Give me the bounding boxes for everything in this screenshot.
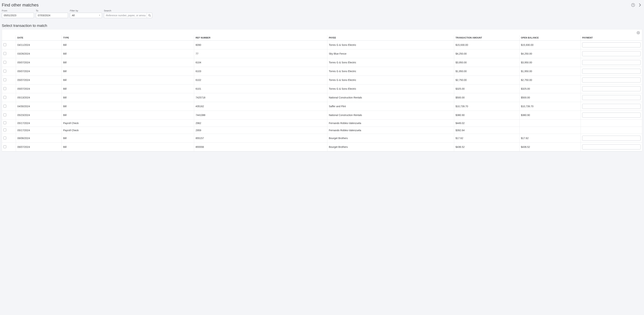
payment-input[interactable] bbox=[582, 60, 640, 65]
cell-date: 04/11/2024 bbox=[16, 41, 62, 49]
table-row: 05/07/2024Bill6101Torres G & Sons Electr… bbox=[2, 84, 642, 93]
payment-input[interactable] bbox=[582, 104, 640, 109]
cell-date: 05/07/2024 bbox=[16, 67, 62, 76]
cell-payment bbox=[581, 76, 642, 84]
cell-balance: $17.62 bbox=[519, 134, 580, 143]
payment-input[interactable] bbox=[582, 42, 640, 47]
cell-ref: 77 bbox=[194, 49, 327, 58]
cell-ref: 7441088 bbox=[194, 111, 327, 120]
cell-ref: 7425718 bbox=[194, 93, 327, 102]
cell-ref: 2962 bbox=[194, 120, 327, 127]
cell-payment bbox=[581, 134, 642, 143]
cell-payment bbox=[581, 111, 642, 120]
col-payment[interactable]: PAYMENT bbox=[581, 35, 642, 41]
row-checkbox[interactable] bbox=[4, 121, 6, 124]
cell-amount: $392.64 bbox=[454, 127, 519, 134]
cell-type: Bill bbox=[62, 58, 194, 67]
cell-ref: 855157 bbox=[194, 134, 327, 143]
cell-date: 03/26/2024 bbox=[16, 49, 62, 58]
col-ref[interactable]: REF NUMBER bbox=[194, 35, 327, 41]
table-row: 05/07/2024Bill6102Torres G & Sons Electr… bbox=[2, 76, 642, 84]
cell-amount: $436.52 bbox=[454, 143, 519, 151]
filter-by-select[interactable] bbox=[70, 13, 102, 18]
search-input[interactable] bbox=[104, 13, 152, 18]
cell-amount: $380.90 bbox=[454, 111, 519, 120]
row-checkbox[interactable] bbox=[4, 43, 6, 46]
row-checkbox[interactable] bbox=[4, 87, 6, 90]
cell-payee: Torres G & Sons Electric bbox=[327, 41, 454, 49]
col-payee[interactable]: PAYEE bbox=[327, 35, 454, 41]
cell-ref: 855556 bbox=[194, 143, 327, 151]
row-checkbox[interactable] bbox=[4, 52, 6, 55]
cell-payee: Fernando Robles-Valenzuela bbox=[327, 120, 454, 127]
table-row: 06/07/2024Bill855556Bourget Brothers$436… bbox=[2, 143, 642, 151]
payment-input[interactable] bbox=[582, 144, 640, 149]
cell-type: Bill bbox=[62, 41, 194, 49]
gear-icon[interactable] bbox=[637, 31, 640, 34]
cell-type: Bill bbox=[62, 67, 194, 76]
cell-payment bbox=[581, 84, 642, 93]
cell-type: Bill bbox=[62, 134, 194, 143]
cell-payee: National Construction Rentals bbox=[327, 93, 454, 102]
row-checkbox[interactable] bbox=[4, 113, 6, 116]
col-balance[interactable]: OPEN BALANCE bbox=[519, 35, 580, 41]
row-checkbox[interactable] bbox=[4, 61, 6, 64]
filter-by-label: Filter by bbox=[70, 9, 102, 12]
search-icon[interactable] bbox=[147, 13, 152, 18]
cell-ref: 6103 bbox=[194, 67, 327, 76]
row-checkbox[interactable] bbox=[4, 70, 6, 72]
cell-ref: 2959 bbox=[194, 127, 327, 134]
cell-balance: $15,930.00 bbox=[519, 41, 580, 49]
payment-input[interactable] bbox=[582, 51, 640, 56]
page-title: Find other matches bbox=[2, 2, 38, 7]
cell-balance: $2,750.00 bbox=[519, 76, 580, 84]
cell-payee: Torres G & Sons Electric bbox=[327, 58, 454, 67]
cell-payment bbox=[581, 127, 642, 134]
cell-balance: $500.00 bbox=[519, 93, 580, 102]
table-row: 04/11/2024Bill6090Torres G & Sons Electr… bbox=[2, 41, 642, 49]
to-date-input[interactable] bbox=[36, 13, 68, 18]
row-checkbox[interactable] bbox=[4, 145, 6, 148]
from-date-input[interactable] bbox=[2, 13, 34, 18]
cell-balance: $380.90 bbox=[519, 111, 580, 120]
cell-date: 04/30/2024 bbox=[16, 102, 62, 111]
cell-payee: Fernando Robles-Valenzuela bbox=[327, 127, 454, 134]
cell-balance bbox=[519, 127, 580, 134]
cell-amount: $1,950.00 bbox=[454, 67, 519, 76]
cell-type: Payroll Check bbox=[62, 127, 194, 134]
row-checkbox[interactable] bbox=[4, 96, 6, 99]
table-row: 05/17/2024Payroll Check2962Fernando Robl… bbox=[2, 120, 642, 127]
cell-type: Bill bbox=[62, 93, 194, 102]
cell-payment bbox=[581, 58, 642, 67]
cell-type: Bill bbox=[62, 111, 194, 120]
row-checkbox[interactable] bbox=[4, 137, 6, 139]
help-icon[interactable] bbox=[631, 3, 635, 7]
cell-payment bbox=[581, 120, 642, 127]
transactions-table-panel: DATE TYPE REF NUMBER PAYEE TRANSACTION A… bbox=[2, 29, 642, 152]
payment-input[interactable] bbox=[582, 113, 640, 118]
col-date[interactable]: DATE bbox=[16, 35, 62, 41]
table-row: 05/07/2024Bill6103Torres G & Sons Electr… bbox=[2, 67, 642, 76]
payment-input[interactable] bbox=[582, 69, 640, 74]
to-label: To bbox=[36, 9, 68, 12]
cell-payee: Bourget Brothers bbox=[327, 134, 454, 143]
cell-type: Bill bbox=[62, 76, 194, 84]
col-amount[interactable]: TRANSACTION AMOUNT bbox=[454, 35, 519, 41]
row-checkbox[interactable] bbox=[4, 78, 6, 81]
cell-balance: $3,950.00 bbox=[519, 58, 580, 67]
chevron-right-icon[interactable] bbox=[638, 3, 642, 7]
cell-type: Bill bbox=[62, 49, 194, 58]
payment-input[interactable] bbox=[582, 86, 640, 91]
cell-payment bbox=[581, 143, 642, 151]
cell-type: Bill bbox=[62, 102, 194, 111]
row-checkbox[interactable] bbox=[4, 128, 6, 131]
row-checkbox[interactable] bbox=[4, 105, 6, 108]
svg-line-3 bbox=[150, 16, 150, 16]
payment-input[interactable] bbox=[582, 136, 640, 141]
cell-payment bbox=[581, 49, 642, 58]
payment-input[interactable] bbox=[582, 95, 640, 100]
cell-amount: $449.02 bbox=[454, 120, 519, 127]
col-type[interactable]: TYPE bbox=[62, 35, 194, 41]
cell-date: 05/23/2024 bbox=[16, 111, 62, 120]
payment-input[interactable] bbox=[582, 77, 640, 82]
